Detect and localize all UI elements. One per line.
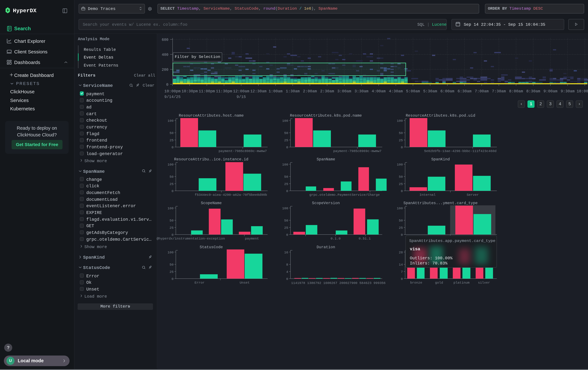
svg-text:9:30am: 9:30am — [561, 89, 575, 93]
svg-text:25: 25 — [169, 270, 174, 274]
svg-text:100: 100 — [168, 207, 174, 210]
svg-text:100: 100 — [397, 207, 403, 210]
svg-text:payment: payment — [245, 237, 259, 240]
svg-text:8:30am: 8:30am — [526, 89, 540, 93]
svg-text:28: 28 — [399, 251, 403, 254]
svg-text:100: 100 — [397, 119, 403, 123]
svg-text:1141978 1386792 1600267 200027: 1141978 1386792 1600267 200027900 584623… — [291, 281, 386, 285]
svg-text:ScopeVersion: ScopeVersion — [312, 201, 340, 205]
svg-text:50: 50 — [284, 131, 288, 135]
svg-text:0: 0 — [401, 277, 403, 281]
svg-text:5e02b5fb-13ae-4296-bbbc-111f42: 5e02b5fb-13ae-4296-bbbc-111f423c460d — [424, 149, 496, 153]
svg-text:12:30am: 12:30am — [250, 89, 266, 93]
svg-text:7:30am: 7:30am — [492, 89, 506, 93]
svg-text:3:00am: 3:00am — [337, 89, 351, 93]
svg-text:6:00am: 6:00am — [440, 89, 454, 93]
svg-text:11:30pm: 11:30pm — [216, 89, 232, 93]
svg-text:6:30am: 6:30am — [458, 89, 472, 93]
svg-text:100: 100 — [282, 163, 288, 167]
svg-text:3:30am: 3:30am — [355, 89, 368, 93]
svg-text:Internal: Internal — [420, 193, 436, 197]
svg-text:bronze: bronze — [410, 281, 422, 285]
svg-text:25: 25 — [169, 139, 174, 142]
svg-text:0: 0 — [166, 83, 168, 87]
svg-text:100: 100 — [282, 207, 288, 210]
svg-text:50: 50 — [169, 263, 174, 267]
svg-text:0: 0 — [401, 189, 403, 193]
svg-text:0: 0 — [286, 189, 288, 193]
svg-text:25: 25 — [284, 182, 288, 186]
svg-text:100: 100 — [397, 163, 403, 167]
svg-text:platinum: platinum — [453, 281, 470, 285]
svg-text:0: 0 — [286, 146, 288, 149]
svg-text:9/14/25: 9/14/25 — [164, 95, 181, 99]
svg-text:StatusCode: StatusCode — [200, 245, 223, 249]
svg-text:4: 4 — [286, 270, 288, 274]
svg-text:1:30am: 1:30am — [286, 89, 300, 93]
svg-text:@hyperdx/instrumentation-excep: @hyperdx/instrumentation-exception — [157, 237, 225, 240]
svg-text:0: 0 — [401, 146, 403, 149]
svg-text:5:00am: 5:00am — [406, 89, 420, 93]
svg-text:50: 50 — [169, 219, 174, 222]
svg-text:25: 25 — [169, 226, 174, 230]
svg-text:7: 7 — [401, 270, 403, 274]
svg-text:50: 50 — [284, 219, 288, 222]
svg-text:9/15: 9/15 — [237, 95, 246, 99]
svg-text:ResourceAttributes.k8s.pod.nam: ResourceAttributes.k8s.pod.name — [290, 113, 362, 118]
svg-text:Duration: Duration — [316, 245, 335, 249]
svg-text:ScopeName: ScopeName — [201, 201, 222, 205]
svg-text:11:00pm: 11:00pm — [199, 89, 215, 93]
svg-text:100: 100 — [168, 119, 174, 123]
svg-text:SpanAttributes...yment.card_ty: SpanAttributes...yment.card_type — [403, 201, 478, 205]
svg-text:8: 8 — [286, 263, 288, 267]
svg-text:50: 50 — [169, 175, 174, 179]
svg-text:Unset: Unset — [240, 281, 250, 285]
svg-text:0: 0 — [172, 189, 174, 193]
svg-text:8:00am: 8:00am — [509, 89, 523, 93]
svg-text:400: 400 — [162, 53, 168, 57]
svg-text:7:00am: 7:00am — [475, 89, 489, 93]
svg-text:0: 0 — [172, 277, 174, 281]
svg-text:100: 100 — [282, 119, 288, 123]
svg-text:1:00am: 1:00am — [269, 89, 283, 93]
svg-text:ResourceAttribu..ice.instance.: ResourceAttribu..ice.instance.id — [174, 157, 248, 161]
svg-text:25: 25 — [284, 139, 288, 142]
svg-text:ResourceAttributes.host.name: ResourceAttributes.host.name — [179, 113, 244, 118]
svg-text:0: 0 — [286, 277, 288, 281]
svg-text:25: 25 — [169, 182, 174, 186]
svg-text:50: 50 — [399, 131, 403, 135]
svg-text:100: 100 — [168, 251, 174, 254]
svg-text:0: 0 — [172, 233, 174, 237]
svg-text:5:30am: 5:30am — [423, 89, 437, 93]
svg-text:ResourceAttributes.k8s.pod.uid: ResourceAttributes.k8s.pod.uid — [406, 113, 475, 118]
svg-text:50: 50 — [169, 131, 174, 135]
svg-text:25: 25 — [399, 226, 403, 230]
svg-text:200: 200 — [162, 68, 168, 72]
svg-text:2:00am: 2:00am — [303, 89, 317, 93]
svg-text:16: 16 — [284, 251, 288, 254]
svg-text:0: 0 — [172, 146, 174, 149]
svg-text:600: 600 — [162, 38, 168, 42]
svg-text:SpanKind: SpanKind — [431, 157, 450, 161]
svg-text:grpc.oteldemo.PaymentService/C: grpc.oteldemo.PaymentService/Charge — [309, 193, 380, 197]
svg-text:0: 0 — [286, 233, 288, 237]
svg-text:2:30am: 2:30am — [320, 89, 334, 93]
svg-text:f5344ec9-a1ea-4290-a62a-78f5be: f5344ec9-a1ea-4290-a62a-78f5bee8d90b — [195, 193, 267, 197]
svg-text:12:00am: 12:00am — [233, 89, 249, 93]
svg-text:14: 14 — [399, 263, 403, 267]
svg-text:payment-7985c8969c-mwmw7: payment-7985c8969c-mwmw7 — [219, 149, 267, 153]
svg-text:Server: Server — [467, 193, 479, 197]
svg-text:0: 0 — [401, 233, 403, 237]
svg-text:10:00pm: 10:00pm — [164, 89, 181, 93]
svg-text:25: 25 — [284, 226, 288, 230]
svg-text:4:30am: 4:30am — [389, 89, 403, 93]
svg-text:50: 50 — [399, 219, 403, 222]
svg-text:50: 50 — [399, 175, 403, 179]
svg-text:10:00am: 10:00am — [577, 89, 588, 93]
svg-text:silver: silver — [478, 281, 490, 285]
svg-text:9:00am: 9:00am — [543, 89, 557, 93]
svg-text:payment-7985c8969c-mwmw7: payment-7985c8969c-mwmw7 — [333, 149, 382, 153]
svg-text:25: 25 — [399, 139, 403, 142]
svg-text:50: 50 — [284, 175, 288, 179]
svg-text:0.1.0: 0.1.0 — [331, 237, 341, 240]
